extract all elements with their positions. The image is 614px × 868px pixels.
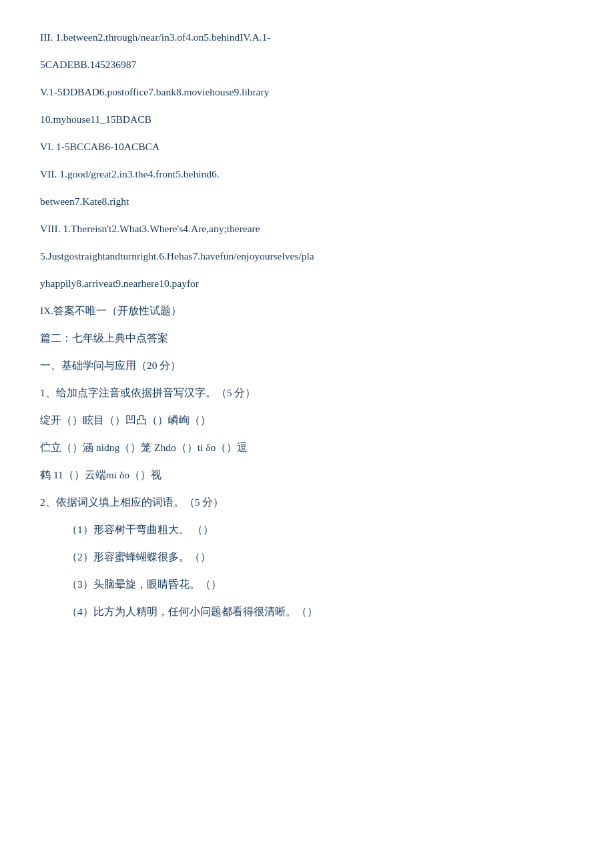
- line-5: VI. 1-5BCCAB6-10ACBCA: [40, 136, 574, 157]
- line-10: yhappily8.arriveat9.nearhere10.payfor: [40, 273, 574, 294]
- line-19: （1）形容树干弯曲粗大。 （）: [40, 519, 574, 540]
- line-11: IX.答案不唯一（开放性试题）: [40, 300, 574, 321]
- line-7: between7.Kate8.right: [40, 191, 574, 211]
- line-17: 鹤 11（）云端mi δo（）视: [40, 464, 574, 485]
- line-18: 2、依据词义填上相应的词语。（5 分）: [40, 492, 574, 512]
- line-21: （3）头脑晕旋，眼睛昏花。（）: [40, 574, 574, 594]
- line-14: 1、给加点字注音或依据拼音写汉字。（5 分）: [40, 382, 574, 403]
- line-6: VII. 1.good/great2.in3.the4.front5.behin…: [40, 163, 574, 184]
- line-13: 一、基础学问与应用（20 分）: [40, 355, 574, 376]
- line-12: 篇二：七年级上典中点答案: [40, 328, 574, 348]
- line-20: （2）形容蜜蜂蝴蝶很多。（）: [40, 546, 574, 567]
- page-content: III. 1.between2.through/near/in3.of4.on5…: [40, 27, 574, 622]
- line-2: 5CADEBB.145236987: [40, 54, 574, 75]
- line-22: （4）比方为人精明，任何小问题都看得很清晰。（）: [40, 601, 574, 622]
- line-15: 绽开（）眩目（）凹凸（）嶙峋（）: [40, 410, 574, 430]
- line-8: VIII. 1.Thereisn't2.What3.Where's4.Are,a…: [40, 218, 574, 239]
- line-16: 伫立（）涵 nidng（）笼 Zhdo（）ti δo（）逗: [40, 437, 574, 458]
- line-3: V.1-5DDBAD6.postoffice7.bank8.moviehouse…: [40, 81, 574, 102]
- line-9: 5.Justgostraightandturnright.6.Hehas7.ha…: [40, 246, 574, 266]
- line-4: 10.myhouse11_15BDACB: [40, 109, 574, 129]
- line-1: III. 1.between2.through/near/in3.of4.on5…: [40, 27, 574, 47]
